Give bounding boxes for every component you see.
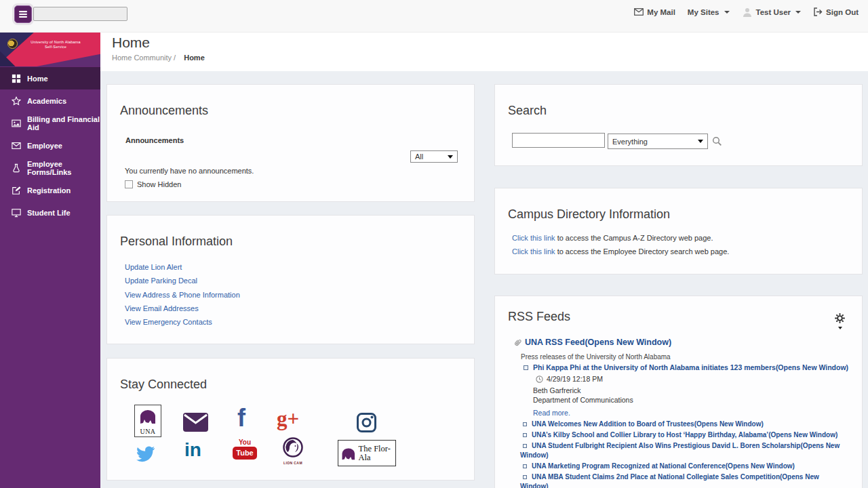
rss-list-item: UNA MBA Student Claims 2nd Place at Nati… xyxy=(520,472,840,488)
view-email-addresses-link[interactable]: View Email Addresses xyxy=(125,304,240,312)
flor-ala-icon[interactable]: The Flor-Ala xyxy=(338,440,396,466)
sidebar-item-academics[interactable]: Academics xyxy=(0,89,100,112)
top-bar: My Mail My Sites Test User Sign Out xyxy=(0,0,868,33)
announcements-card: Announcements Announcements All You curr… xyxy=(106,84,475,202)
sign-out-link[interactable]: Sign Out xyxy=(813,7,859,16)
my-mail-link[interactable]: My Mail xyxy=(634,8,675,16)
menu-icon[interactable] xyxy=(14,5,32,23)
user-name-label: Test User xyxy=(756,8,791,16)
update-parking-decal-link[interactable]: Update Parking Decal xyxy=(125,277,240,285)
rss-item-link[interactable]: UNA Student Fulbright Recipient Also Win… xyxy=(520,442,840,459)
view-emergency-contacts-link[interactable]: View Emergency Contacts xyxy=(125,318,240,326)
rss-item-link[interactable]: UNA’s Kilby School and Collier Library t… xyxy=(532,431,837,439)
email-icon[interactable] xyxy=(183,413,208,434)
rss-feeds-card: RSS Feeds UNA RSS Feed(Opens New Window)… xyxy=(494,296,863,488)
view-address-phone-link[interactable]: View Address & Phone Information xyxy=(125,291,240,299)
rss-featured-time-row: 4/29/19 12:18 PM xyxy=(536,375,603,383)
my-sites-menu[interactable]: My Sites xyxy=(688,8,730,16)
university-logo-banner: University of North Alabama Self-Service xyxy=(0,33,100,66)
logo-line-1: University of North Alabama xyxy=(22,40,90,45)
google-plus-icon[interactable]: g+ xyxy=(277,407,299,430)
university-name: University of North Alabama Self-Service xyxy=(22,40,90,49)
announcements-filter-select[interactable]: All xyxy=(410,150,458,163)
dashboard-icon xyxy=(12,74,21,83)
chevron-down-icon xyxy=(795,11,801,14)
show-hidden-checkbox[interactable] xyxy=(125,180,133,188)
search-submit-icon[interactable] xyxy=(712,136,722,149)
rss-feed-title-link[interactable]: UNA RSS Feed(Opens New Window) xyxy=(525,338,671,347)
magnifier-icon xyxy=(712,136,722,146)
twitter-bird-icon xyxy=(136,445,156,463)
rss-feed-header: UNA RSS Feed(Opens New Window) xyxy=(513,338,671,347)
announcements-empty-message: You currently have no announcements. xyxy=(125,167,254,175)
bullet-icon xyxy=(523,475,527,479)
logo-line-2: Self-Service xyxy=(22,45,90,49)
bullet-icon xyxy=(523,422,527,426)
employee-directory-row: Click this link to access the Employee D… xyxy=(512,247,729,256)
stay-connected-card: Stay Connected UNA f g+ xyxy=(106,358,475,481)
scope-selected-value: Everything xyxy=(612,138,648,146)
update-lion-alert-link[interactable]: Update Lion Alert xyxy=(125,263,240,271)
global-search-input[interactable] xyxy=(33,7,127,21)
employee-directory-text: to access the Employee Directory search … xyxy=(555,247,730,256)
user-avatar-icon xyxy=(742,7,753,18)
employee-directory-link[interactable]: Click this link xyxy=(512,247,555,256)
stay-connected-title: Stay Connected xyxy=(120,378,207,392)
bullet-icon xyxy=(523,464,527,468)
sign-out-label: Sign Out xyxy=(826,8,859,16)
sidebar-item-billing-and-financial-aid[interactable]: Billing and Financial Aid xyxy=(0,112,100,134)
rss-featured-link[interactable]: Phi Kappa Phi at the University of North… xyxy=(533,363,848,371)
breadcrumb: Home Community / Home xyxy=(112,54,205,62)
linkedin-icon[interactable]: in xyxy=(184,440,201,460)
sidebar-item-label: Employee Forms/Links xyxy=(27,160,100,176)
sidebar-nav: Home Academics Billing and Financial Aid… xyxy=(0,66,100,224)
search-card: Search Everything xyxy=(494,84,863,166)
sidebar-item-employee-forms-links[interactable]: Employee Forms/Links xyxy=(0,157,100,179)
rss-settings-button[interactable] xyxy=(834,312,846,329)
monitor-icon xyxy=(12,208,21,218)
sidebar-item-employee[interactable]: Employee xyxy=(0,134,100,157)
search-scope-select[interactable]: Everything xyxy=(608,134,708,149)
sidebar-item-label: Billing and Financial Aid xyxy=(27,115,100,131)
instagram-icon[interactable] xyxy=(357,413,376,435)
rss-feeds-title: RSS Feeds xyxy=(508,310,570,324)
campus-az-directory-text: to access the Campus A-Z Directory web p… xyxy=(555,234,713,242)
read-more-link[interactable]: Read more. xyxy=(533,409,570,417)
breadcrumb-current: Home xyxy=(184,54,205,62)
rss-featured-department: Department of Communications xyxy=(533,396,633,404)
show-hidden-row: Show Hidden xyxy=(125,180,181,188)
flor-ala-label: The Flor-Ala xyxy=(359,445,393,462)
page-title: Home xyxy=(112,35,150,51)
mail-icon xyxy=(634,8,644,16)
edit-icon xyxy=(12,186,21,195)
rss-item-link[interactable]: UNA Welcomes New Addition to Board of Tr… xyxy=(532,420,764,428)
bullet-icon xyxy=(523,433,527,437)
search-title: Search xyxy=(508,104,547,118)
campus-az-directory-link[interactable]: Click this link xyxy=(512,234,555,242)
breadcrumb-parent[interactable]: Home Community / xyxy=(112,54,176,62)
gear-icon xyxy=(834,312,846,324)
rss-item-link[interactable]: UNA Marketing Program Recognized at Nati… xyxy=(532,462,795,470)
user-menu[interactable]: Test User xyxy=(742,7,802,18)
rss-item-link[interactable]: UNA MBA Student Claims 2nd Place at Nati… xyxy=(520,473,819,488)
campus-directory-card: Campus Directory Information Click this … xyxy=(494,188,863,274)
facebook-icon[interactable]: f xyxy=(237,406,245,430)
star-icon xyxy=(12,96,21,106)
rss-featured-author: Beth Garfrerick xyxy=(533,386,581,394)
search-input[interactable] xyxy=(512,133,605,148)
personal-information-card: Personal Information Update Lion Alert U… xyxy=(106,215,475,344)
content-area: Announcements Announcements All You curr… xyxy=(100,71,868,488)
twitter-icon[interactable] xyxy=(136,445,156,466)
rss-list-item: UNA Marketing Program Recognized at Nati… xyxy=(520,462,840,471)
sidebar-item-student-life[interactable]: Student Life xyxy=(0,201,100,224)
rss-list-item: UNA’s Kilby School and Collier Library t… xyxy=(520,430,840,440)
una-website-icon[interactable]: UNA xyxy=(134,405,161,437)
paperclip-icon xyxy=(511,336,524,348)
sidebar-item-label: Student Life xyxy=(27,209,71,217)
lion-cam-icon[interactable]: LION CAM xyxy=(278,437,308,465)
topbar-links: My Mail My Sites Test User Sign Out xyxy=(634,0,859,24)
my-sites-label: My Sites xyxy=(688,8,719,16)
sidebar-item-home[interactable]: Home xyxy=(0,67,100,89)
sidebar-item-registration[interactable]: Registration xyxy=(0,179,100,201)
youtube-icon[interactable]: You Tube xyxy=(233,439,257,460)
